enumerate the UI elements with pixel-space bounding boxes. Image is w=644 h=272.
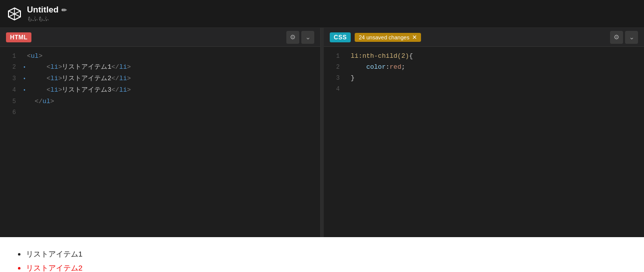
html-line-4: 4 • <li>リストアイテム3</li> — [0, 85, 320, 96]
css-line-3: 3 } — [324, 73, 644, 84]
top-bar: Untitled ✏ もふもふ — [0, 0, 644, 28]
chevron-down-icon: ⌄ — [629, 33, 635, 41]
css-badge: CSS — [330, 32, 351, 42]
html-panel-controls: ⚙ ⌄ — [286, 31, 314, 44]
html-code-editor[interactable]: 1 <ul> 2 • <li>リストアイテム1</li> 3 • <li>リスト… — [0, 47, 320, 237]
preview-area: リストアイテム1 リストアイテム2 リストアイテム3 — [0, 237, 644, 272]
html-panel-header: HTML ⚙ ⌄ — [0, 28, 320, 47]
css-settings-button[interactable]: ⚙ — [610, 31, 623, 44]
html-panel: HTML ⚙ ⌄ 1 <ul> 2 • <li>リストアイテム1</li> — [0, 28, 321, 237]
edit-icon[interactable]: ✏ — [61, 6, 67, 14]
css-line-2: 2 color: red; — [324, 62, 644, 73]
css-line-4: 4 — [324, 84, 644, 95]
app-title-text: Untitled — [27, 5, 58, 15]
html-chevron-button[interactable]: ⌄ — [301, 31, 314, 44]
app-title: Untitled ✏ — [27, 5, 67, 15]
chevron-down-icon: ⌄ — [305, 33, 311, 41]
html-line-3: 3 • <li>リストアイテム2</li> — [0, 73, 320, 85]
html-line-2: 2 • <li>リストアイテム1</li> — [0, 62, 320, 73]
gear-icon: ⚙ — [614, 33, 620, 41]
html-line-6: 6 — [0, 107, 320, 118]
preview-item-1: リストアイテム1 — [26, 247, 629, 261]
css-panel: CSS 24 unsaved changes ✕ ⚙ ⌄ 1 li:nth-ch… — [324, 28, 644, 237]
preview-list: リストアイテム1 リストアイテム2 リストアイテム3 — [15, 247, 629, 272]
editor-area: HTML ⚙ ⌄ 1 <ul> 2 • <li>リストアイテム1</li> — [0, 28, 644, 237]
css-chevron-button[interactable]: ⌄ — [625, 31, 638, 44]
html-badge: HTML — [6, 32, 31, 42]
gear-icon: ⚙ — [290, 33, 296, 41]
unsaved-close-button[interactable]: ✕ — [412, 34, 417, 41]
html-line-1: 1 <ul> — [0, 51, 320, 62]
css-line-1: 1 li:nth-child(2) { — [324, 51, 644, 62]
html-settings-button[interactable]: ⚙ — [286, 31, 299, 44]
css-panel-header: CSS 24 unsaved changes ✕ ⚙ ⌄ — [324, 28, 644, 47]
css-panel-controls: ⚙ ⌄ — [610, 31, 638, 44]
app-subtitle: もふもふ — [27, 15, 67, 22]
css-code-editor[interactable]: 1 li:nth-child(2) { 2 color: red; 3 } 4 — [324, 47, 644, 237]
unsaved-label: 24 unsaved changes — [359, 34, 410, 40]
logo-icon — [7, 6, 22, 21]
unsaved-badge: 24 unsaved changes ✕ — [355, 33, 421, 42]
html-line-5: 5 </ul> — [0, 96, 320, 107]
preview-item-2: リストアイテム2 — [26, 261, 629, 272]
title-area: Untitled ✏ もふもふ — [27, 5, 67, 22]
